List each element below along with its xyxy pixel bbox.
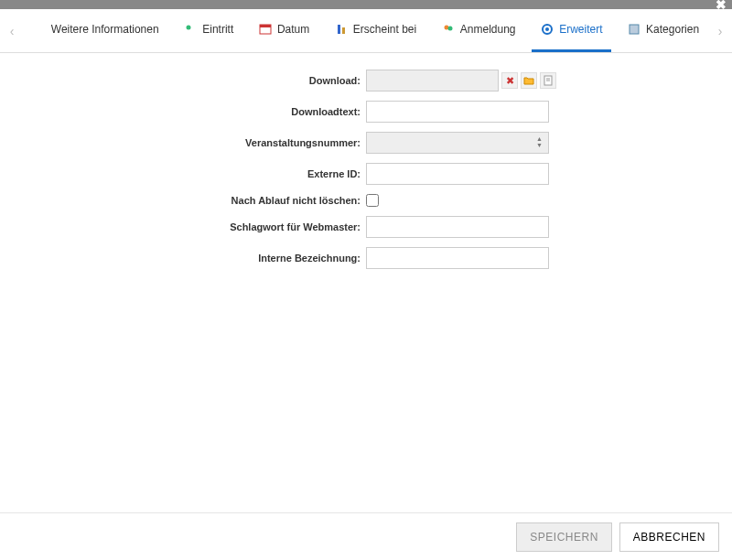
tab-label: Eintritt [202, 23, 233, 36]
nach-ablauf-label: Nach Ablauf nicht löschen: [37, 195, 366, 206]
tab-eintritt[interactable]: Eintritt [175, 9, 242, 52]
svg-point-8 [545, 27, 549, 31]
cancel-button[interactable]: ABBRECHEN [619, 522, 719, 552]
category-icon [628, 23, 640, 36]
svg-rect-4 [342, 27, 345, 34]
info-icon [33, 23, 46, 36]
chevron-down-icon: ▼ [536, 142, 547, 148]
download-browse-button[interactable] [521, 72, 537, 89]
svg-rect-9 [630, 25, 639, 34]
download-doc-button[interactable] [540, 72, 556, 89]
tab-erweitert[interactable]: Erweitert [532, 9, 611, 52]
tabs-scroll-right[interactable]: › [712, 24, 728, 38]
footer: SPEICHERN ABBRECHEN [0, 512, 732, 560]
svg-rect-2 [260, 25, 271, 27]
svg-point-6 [447, 27, 452, 31]
calendar-icon [259, 23, 272, 36]
download-delete-button[interactable]: ✖ [501, 72, 518, 89]
save-button[interactable]: SPEICHERN [516, 522, 612, 552]
document-icon [543, 75, 554, 86]
tab-label: Erscheint bei [353, 23, 416, 36]
location-icon [335, 23, 348, 36]
folder-icon [523, 75, 534, 86]
downloadtext-input[interactable] [366, 101, 549, 123]
schlagwort-label: Schlagwort für Webmaster: [37, 221, 366, 232]
tab-erscheint-bei[interactable]: Erscheint bei [326, 9, 425, 52]
svg-rect-3 [338, 25, 340, 34]
tab-label: Anmeldung [460, 23, 516, 36]
people-icon [184, 23, 197, 36]
nach-ablauf-checkbox[interactable] [366, 194, 379, 207]
close-icon[interactable]: ✖ [716, 0, 727, 12]
interne-bezeichnung-label: Interne Bezeichnung: [37, 253, 366, 264]
veranstaltungsnummer-input[interactable] [366, 132, 549, 154]
tab-anmeldung[interactable]: Anmeldung [433, 9, 525, 52]
tab-weitere-informationen[interactable]: Weitere Informationen [24, 9, 168, 52]
download-label: Download: [37, 75, 366, 86]
interne-bezeichnung-input[interactable] [366, 247, 549, 269]
svg-point-0 [187, 26, 191, 30]
externe-id-label: Externe ID: [37, 168, 366, 179]
chevron-up-icon: ▲ [536, 135, 547, 142]
tab-label: Datum [277, 23, 309, 36]
titlebar: ✖ [0, 0, 732, 9]
gear-icon [541, 23, 554, 36]
people-icon [442, 23, 455, 36]
schlagwort-input[interactable] [366, 216, 549, 238]
download-input[interactable] [366, 70, 499, 92]
tab-label: Kategorien [646, 23, 699, 36]
tabs-container: ‹ Weitere Informationen Eintritt Datum E… [0, 9, 732, 53]
veranstaltungsnummer-label: Veranstaltungsnummer: [37, 137, 366, 148]
tab-kategorien[interactable]: Kategorien [619, 9, 708, 52]
tab-datum[interactable]: Datum [250, 9, 318, 52]
tabs: Weitere Informationen Eintritt Datum Ers… [20, 9, 712, 52]
tabs-scroll-left[interactable]: ‹ [4, 24, 20, 38]
veranstaltungsnummer-stepper[interactable]: ▲ ▼ [536, 134, 547, 150]
externe-id-input[interactable] [366, 163, 549, 185]
form-erweitert: Download: ✖ Downloadtext: Veranstaltungs… [0, 53, 732, 269]
downloadtext-label: Downloadtext: [37, 106, 366, 117]
tab-label: Weitere Informationen [51, 23, 159, 36]
tab-label: Erweitert [559, 23, 602, 36]
